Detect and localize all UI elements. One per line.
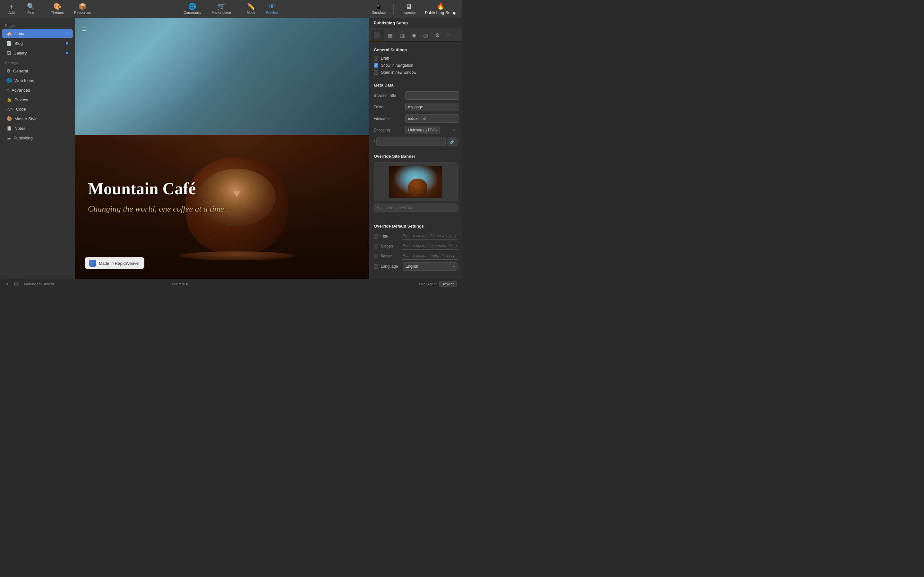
encoding-label: Encoding	[374, 128, 403, 132]
canvas-dimensions: 860 x 814	[172, 282, 188, 286]
override-title-input[interactable]	[403, 232, 457, 240]
meta-data-title: Meta Data	[374, 83, 457, 87]
sidebar-item-advanced[interactable]: ≡ Advanced	[2, 85, 73, 95]
themes-button[interactable]: 🎨 Themes	[47, 2, 68, 16]
sidebar-item-advanced-label: Advanced	[11, 88, 30, 93]
add-button[interactable]: ＋ Add	[3, 2, 21, 16]
tab-styles[interactable]: ◆	[409, 30, 419, 41]
tab-more[interactable]: ≡	[444, 30, 453, 41]
mode-label: Mode	[247, 11, 256, 15]
folder-input[interactable]	[405, 103, 459, 111]
marketplace-button[interactable]: 🛒 Marketplace	[207, 2, 236, 16]
publishing-setup-button[interactable]: 🔥 Publishing Setup	[422, 2, 459, 16]
blog-dot	[66, 42, 68, 45]
banner-preview[interactable]	[374, 163, 457, 201]
toolbar-center-group: 🌐 Community 🛒 Marketplace ✏️ Mode 👁 Prev…	[179, 2, 283, 16]
banner-alt-tag-input[interactable]	[374, 203, 457, 212]
master-style-icon: 🎨	[6, 116, 12, 121]
sidebar-item-publishing[interactable]: ☁ Publishing	[2, 133, 73, 142]
canvas-title: Mountain Café	[88, 179, 230, 198]
preview-icon: 👁	[269, 3, 275, 10]
themes-label: Themes	[51, 11, 64, 15]
url-row: / 🔗	[374, 137, 457, 146]
filename-row: Filename	[374, 114, 457, 123]
find-button[interactable]: 🔍 Find	[22, 2, 40, 16]
url-input[interactable]	[376, 137, 446, 146]
sidebar-item-gallery[interactable]: 🖼 Gallery	[2, 48, 73, 57]
draft-row: Draft	[374, 56, 457, 61]
sidebar-item-privacy-label: Privacy	[15, 97, 28, 102]
sidebar-item-master-style-label: Master Style	[15, 116, 37, 121]
override-slogan-input[interactable]	[403, 242, 457, 250]
publishing-setup-label: Publishing Setup	[425, 10, 456, 15]
add-icon: ＋	[8, 3, 15, 10]
community-label: Community	[184, 11, 202, 15]
simulate-button[interactable]: 📱 Simulate	[367, 2, 390, 16]
url-link-button[interactable]: 🔗	[447, 137, 457, 146]
override-title-label: Title	[381, 234, 400, 239]
brightness-icon: ☀	[5, 282, 9, 287]
sidebar-item-code[interactable]: </> Code	[2, 105, 73, 113]
sidebar-item-notes-label: Notes	[15, 126, 25, 131]
inspector-label: Inspector	[401, 11, 416, 15]
tab-settings2[interactable]: ⚙	[432, 30, 443, 41]
sidebar-item-master-style[interactable]: 🎨 Master Style	[2, 114, 73, 123]
sidebar-item-home-label: Home	[15, 31, 26, 36]
override-footer-label: Footer	[381, 254, 400, 258]
simulate-label: Simulate	[372, 11, 386, 15]
browser-title-row: Browser Title	[374, 91, 457, 100]
sidebar-item-privacy[interactable]: 🔒 Privacy	[2, 95, 73, 104]
sidebar-item-gallery-label: Gallery	[13, 51, 27, 55]
find-icon: 🔍	[27, 3, 35, 10]
open-new-window-checkbox[interactable]	[374, 70, 378, 75]
divider-1	[374, 79, 457, 79]
draft-label: Draft	[381, 56, 389, 61]
override-footer-input[interactable]	[403, 252, 457, 259]
banner-preview-image	[389, 166, 442, 198]
footer-override-checkbox[interactable]	[374, 254, 378, 258]
override-language-label: Language	[381, 264, 400, 269]
encoding-select[interactable]: Unicode (UTF-8) ISO-8859-1 UTF-16	[405, 126, 440, 134]
tab-layout[interactable]: ▦	[384, 30, 396, 41]
tab-columns[interactable]: ▥	[397, 30, 408, 41]
divider-2	[374, 150, 457, 150]
show-in-nav-checkbox[interactable]	[374, 63, 378, 68]
sidebar-item-web-icons[interactable]: 🌐 Web Icons	[2, 76, 73, 85]
general-settings-title: General Settings	[374, 47, 457, 52]
sidebar-item-general[interactable]: ⚙ General	[2, 66, 73, 75]
language-override-checkbox[interactable]	[374, 264, 378, 269]
gallery-dot	[66, 52, 68, 54]
canvas-text: Mountain Café Changing the world, one co…	[88, 179, 230, 215]
find-label: Find	[27, 11, 34, 15]
sidebar-item-home[interactable]: 🏠 Home	[2, 29, 73, 38]
sidebar-item-notes[interactable]: 📋 Notes	[2, 124, 73, 133]
themes-icon: 🎨	[53, 3, 61, 10]
toolbar-divider-3	[393, 4, 394, 14]
preview-button[interactable]: 👁 Preview	[262, 2, 283, 16]
mode-button[interactable]: ✏️ Mode	[242, 2, 260, 16]
language-select-wrapper: English French German Spanish Italian	[403, 262, 457, 271]
sidebar-item-blog-label: Blog	[15, 41, 23, 46]
manual-adjustment-checkbox[interactable]	[15, 282, 19, 286]
folder-label: Folder	[374, 105, 403, 109]
sidebar-item-blog[interactable]: 📄 Blog	[2, 39, 73, 48]
resources-button[interactable]: 📦 Resources	[69, 2, 95, 16]
filename-input[interactable]	[405, 114, 459, 123]
community-button[interactable]: 🌐 Community	[179, 2, 206, 16]
override-title-row: Title	[374, 232, 457, 240]
user-agent-select[interactable]: Desktop Mobile Tablet	[439, 281, 457, 287]
language-select[interactable]: English French German Spanish Italian	[403, 262, 457, 271]
tab-pages[interactable]: ⬛	[371, 30, 384, 41]
slogan-override-checkbox[interactable]	[374, 244, 378, 248]
right-panel-body: General Settings Draft Show in navigatio…	[369, 42, 462, 279]
override-slogan-row: Slogan	[374, 242, 457, 250]
browser-title-input[interactable]	[405, 91, 459, 100]
inspector-button[interactable]: 🖥 Inspector	[397, 2, 420, 16]
tab-meta[interactable]: ◎	[420, 30, 431, 41]
override-site-banner-title: Override Site Banner	[374, 154, 457, 159]
badge-icon: ⬚	[89, 259, 96, 267]
hamburger-menu[interactable]: ≡	[82, 25, 86, 33]
status-bar: ☀ Manual adjustment 860 x 814 User Agent…	[0, 279, 462, 288]
title-override-checkbox[interactable]	[374, 234, 378, 239]
draft-checkbox[interactable]	[374, 56, 378, 61]
